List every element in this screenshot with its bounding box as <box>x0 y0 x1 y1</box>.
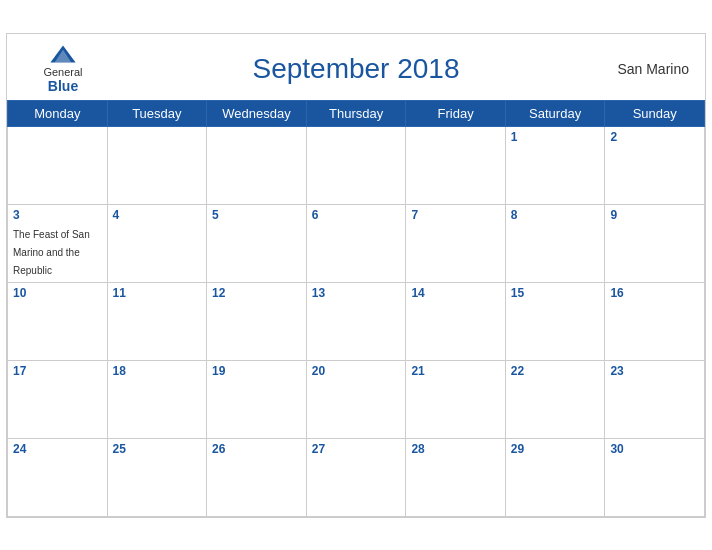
day-number: 28 <box>411 442 499 456</box>
day-number: 14 <box>411 286 499 300</box>
day-number: 13 <box>312 286 401 300</box>
calendar-cell: 25 <box>107 438 207 516</box>
day-number: 22 <box>511 364 600 378</box>
weekday-header-thursday: Thursday <box>306 100 406 126</box>
calendar-cell: 6 <box>306 204 406 282</box>
day-number: 2 <box>610 130 699 144</box>
week-row-4: 17181920212223 <box>8 360 705 438</box>
calendar-cell: 7 <box>406 204 505 282</box>
day-number: 6 <box>312 208 401 222</box>
calendar-cell: 15 <box>505 282 605 360</box>
calendar-cell: 28 <box>406 438 505 516</box>
week-row-1: 12 <box>8 126 705 204</box>
weekday-header-tuesday: Tuesday <box>107 100 207 126</box>
calendar-cell: 5 <box>207 204 307 282</box>
weekday-header-row: MondayTuesdayWednesdayThursdayFridaySatu… <box>8 100 705 126</box>
day-number: 8 <box>511 208 600 222</box>
calendar-cell: 16 <box>605 282 705 360</box>
calendar-grid: MondayTuesdayWednesdayThursdayFridaySatu… <box>7 100 705 517</box>
calendar-cell: 17 <box>8 360 108 438</box>
calendar-cell: 24 <box>8 438 108 516</box>
logo-general: General <box>43 66 82 78</box>
calendar-cell: 22 <box>505 360 605 438</box>
weekday-header-monday: Monday <box>8 100 108 126</box>
calendar-cell <box>8 126 108 204</box>
day-number: 27 <box>312 442 401 456</box>
calendar-cell: 8 <box>505 204 605 282</box>
calendar-container: General Blue September 2018 San Marino M… <box>6 33 706 518</box>
day-number: 19 <box>212 364 301 378</box>
calendar-cell: 19 <box>207 360 307 438</box>
calendar-cell: 1 <box>505 126 605 204</box>
calendar-cell: 20 <box>306 360 406 438</box>
calendar-cell: 13 <box>306 282 406 360</box>
calendar-cell: 29 <box>505 438 605 516</box>
weekday-header-friday: Friday <box>406 100 505 126</box>
calendar-cell: 30 <box>605 438 705 516</box>
day-number: 10 <box>13 286 102 300</box>
calendar-cell: 21 <box>406 360 505 438</box>
logo-area: General Blue <box>23 44 103 94</box>
logo-blue: Blue <box>48 78 78 94</box>
day-number: 4 <box>113 208 202 222</box>
day-number: 1 <box>511 130 600 144</box>
calendar-cell: 14 <box>406 282 505 360</box>
calendar-header: General Blue September 2018 San Marino <box>7 34 705 100</box>
calendar-cell <box>207 126 307 204</box>
day-number: 25 <box>113 442 202 456</box>
week-row-3: 10111213141516 <box>8 282 705 360</box>
day-number: 23 <box>610 364 699 378</box>
calendar-cell: 9 <box>605 204 705 282</box>
calendar-cell <box>107 126 207 204</box>
day-event: The Feast of San Marino and the Republic <box>13 229 90 276</box>
day-number: 17 <box>13 364 102 378</box>
day-number: 7 <box>411 208 499 222</box>
calendar-cell: 4 <box>107 204 207 282</box>
calendar-cell: 10 <box>8 282 108 360</box>
country-name: San Marino <box>609 61 689 77</box>
calendar-cell: 27 <box>306 438 406 516</box>
day-number: 29 <box>511 442 600 456</box>
calendar-cell: 11 <box>107 282 207 360</box>
week-row-2: 3The Feast of San Marino and the Republi… <box>8 204 705 282</box>
day-number: 15 <box>511 286 600 300</box>
calendar-cell: 23 <box>605 360 705 438</box>
day-number: 24 <box>13 442 102 456</box>
day-number: 3 <box>13 208 102 222</box>
logo-icon <box>49 44 77 64</box>
calendar-cell: 3The Feast of San Marino and the Republi… <box>8 204 108 282</box>
calendar-cell <box>306 126 406 204</box>
day-number: 20 <box>312 364 401 378</box>
day-number: 26 <box>212 442 301 456</box>
day-number: 5 <box>212 208 301 222</box>
day-number: 11 <box>113 286 202 300</box>
day-number: 30 <box>610 442 699 456</box>
calendar-cell: 12 <box>207 282 307 360</box>
month-title: September 2018 <box>103 53 609 85</box>
weekday-header-saturday: Saturday <box>505 100 605 126</box>
day-number: 16 <box>610 286 699 300</box>
week-row-5: 24252627282930 <box>8 438 705 516</box>
day-number: 9 <box>610 208 699 222</box>
calendar-cell: 26 <box>207 438 307 516</box>
calendar-cell <box>406 126 505 204</box>
day-number: 18 <box>113 364 202 378</box>
day-number: 21 <box>411 364 499 378</box>
calendar-cell: 2 <box>605 126 705 204</box>
weekday-header-wednesday: Wednesday <box>207 100 307 126</box>
calendar-cell: 18 <box>107 360 207 438</box>
weekday-header-sunday: Sunday <box>605 100 705 126</box>
day-number: 12 <box>212 286 301 300</box>
